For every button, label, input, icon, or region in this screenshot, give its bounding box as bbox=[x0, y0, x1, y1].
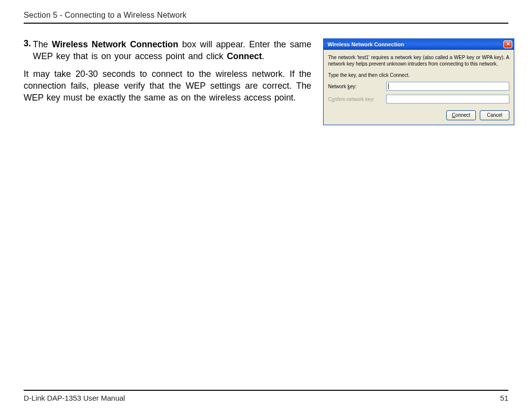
nk-label-post: ey: bbox=[350, 84, 356, 89]
connect-u: C bbox=[452, 112, 455, 118]
dialog-titlebar[interactable]: Wireless Network Connection ✕ bbox=[324, 39, 514, 50]
content-area: 3. The Wireless Network Connection box w… bbox=[24, 24, 508, 390]
confirm-key-label: Confirm network key: bbox=[328, 97, 386, 102]
page-number: 51 bbox=[500, 394, 508, 402]
step-text-end: . bbox=[262, 51, 265, 61]
manual-title: D-Link DAP-1353 User Manual bbox=[24, 394, 125, 402]
wireless-dialog: Wireless Network Connection ✕ The networ… bbox=[323, 38, 514, 125]
confirm-key-row: Confirm network key: bbox=[328, 95, 509, 103]
dialog-buttons: Connect Cancel bbox=[328, 110, 509, 120]
instruction-column: 3. The Wireless Network Connection box w… bbox=[24, 38, 311, 390]
ck-label-post: nfirm network key: bbox=[334, 97, 374, 102]
screenshot-column: Wireless Network Connection ✕ The networ… bbox=[323, 38, 515, 390]
paragraph-note: It may take 20-30 seconds to connect to … bbox=[24, 68, 311, 103]
dialog-description: The network 'test1' requires a network k… bbox=[328, 54, 509, 67]
page-footer: D-Link DAP-1353 User Manual 51 bbox=[24, 391, 508, 402]
connect-button[interactable]: Connect bbox=[446, 110, 476, 120]
network-key-input[interactable] bbox=[386, 82, 509, 91]
confirm-key-input[interactable] bbox=[386, 95, 509, 103]
connect-post: onnect bbox=[456, 112, 470, 118]
close-button[interactable]: ✕ bbox=[503, 40, 512, 48]
step-text-bold-2: Connect bbox=[227, 51, 262, 61]
network-key-label: Network key: bbox=[328, 84, 386, 89]
network-key-row: Network key: bbox=[328, 82, 509, 91]
dialog-instruction: Type the key, and then click Connect. bbox=[328, 72, 509, 78]
step-number: 3. bbox=[24, 38, 33, 62]
section-header: Section 5 - Connecting to a Wireless Net… bbox=[24, 11, 508, 23]
nk-label-pre: Network bbox=[328, 84, 347, 89]
step-text-pre: The bbox=[33, 39, 52, 49]
dialog-title: Wireless Network Connection bbox=[328, 41, 404, 47]
dialog-body: The network 'test1' requires a network k… bbox=[324, 50, 514, 125]
step-text-bold-1: Wireless Network Connection bbox=[52, 39, 178, 49]
step-text: The Wireless Network Connection box will… bbox=[33, 38, 311, 62]
close-icon: ✕ bbox=[506, 41, 510, 47]
cancel-button[interactable]: Cancel bbox=[480, 110, 509, 120]
